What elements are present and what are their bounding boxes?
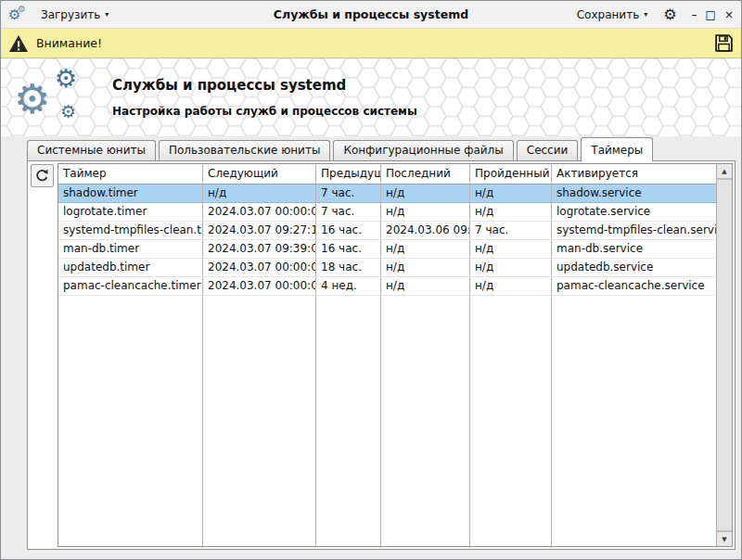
table-cell: logrotate.timer [58, 203, 203, 221]
table-cell [58, 407, 203, 426]
table-row [58, 407, 716, 426]
table-cell: н/д [381, 203, 470, 221]
table-cell [381, 481, 470, 500]
table-cell [58, 463, 203, 481]
save-menu-label: Сохранить [577, 8, 640, 21]
table-cell: н/д [381, 240, 470, 258]
table-cell [552, 444, 716, 463]
table-cell: н/д [381, 277, 470, 295]
table-cell [316, 370, 381, 388]
tab-sessions[interactable]: Сессии [517, 140, 579, 160]
table-cell [470, 296, 552, 314]
app-window: ⚙ ⚙ Загрузить ▾ Службы и процессы system… [0, 0, 742, 560]
side-toolbar [30, 163, 58, 547]
column-header-next[interactable]: Следующий [203, 164, 316, 184]
column-header-timer[interactable]: Таймер [58, 164, 203, 184]
scroll-down-icon[interactable]: ▼ [717, 531, 732, 546]
table-row[interactable]: logrotate.timer2024.03.07 00:00:07 час.н… [58, 203, 716, 222]
table-cell: 16 час. [316, 222, 381, 239]
table-cell [470, 351, 552, 370]
maximize-button[interactable]: □ [706, 8, 716, 21]
tab-config-files[interactable]: Конфигурационные файлы [333, 140, 513, 160]
table-row[interactable]: pamac-cleancache.timer2024.03.07 00:00:0… [58, 277, 716, 296]
table-cell: 18 час. [316, 259, 381, 276]
page-subtitle: Настройка работы служб и процессов систе… [112, 105, 417, 118]
column-header-activates[interactable]: Активируется [552, 164, 716, 184]
close-button[interactable]: × [724, 8, 734, 21]
column-header-elapsed[interactable]: Пройденный [470, 164, 552, 184]
table-cell [552, 500, 716, 518]
table-cell [203, 426, 316, 444]
table-cell [316, 463, 381, 481]
scroll-up-icon[interactable]: ▲ [717, 164, 732, 179]
table-row[interactable]: shadow.timerн/д7 час.н/дн/дshadow.servic… [58, 185, 716, 203]
table-cell: н/д [470, 185, 552, 202]
table-cell [203, 444, 316, 463]
table-cell: updatedb.timer [58, 259, 203, 276]
scrollbar-thumb[interactable] [717, 179, 732, 531]
minimize-button[interactable]: – [692, 8, 697, 21]
refresh-icon [34, 168, 50, 184]
settings-gear-button[interactable]: ⚙ [661, 7, 678, 22]
table-cell: н/д [470, 240, 552, 258]
refresh-button[interactable] [31, 164, 54, 187]
load-menu-button[interactable]: Загрузить ▾ [34, 6, 115, 24]
table-cell [203, 518, 316, 537]
table-cell [203, 463, 316, 481]
table-cell [381, 537, 470, 546]
save-menu-button[interactable]: Сохранить ▾ [570, 6, 655, 24]
table-cell [58, 388, 203, 407]
table-cell [203, 388, 316, 407]
table-cell [470, 333, 552, 351]
save-to-file-button[interactable] [714, 33, 734, 53]
table-row[interactable]: systemd-tmpfiles-clean.timer2024.03.07 0… [58, 222, 716, 240]
table-cell: pamac-cleancache.service [552, 277, 716, 295]
table-row[interactable]: updatedb.timer2024.03.07 00:00:018 час.н… [58, 259, 716, 277]
table-cell [58, 518, 203, 537]
table-cell: man-db.service [552, 240, 716, 258]
table-row[interactable]: man-db.timer2024.03.07 09:39:016 час.н/д… [58, 240, 716, 259]
table-cell: н/д [203, 185, 316, 202]
page-title: Службы и процессы systemd [112, 77, 417, 94]
table-cell [58, 351, 203, 370]
table-cell [58, 296, 203, 314]
table-cell [552, 351, 716, 370]
table-cell [381, 351, 470, 370]
table-body: shadow.timerн/д7 час.н/дн/дshadow.servic… [58, 185, 716, 546]
table-row [58, 296, 716, 314]
table-cell [381, 370, 470, 388]
table-cell [552, 407, 716, 426]
table-cell [316, 444, 381, 463]
table-row [58, 500, 716, 518]
column-header-last[interactable]: Последний [381, 164, 470, 184]
warning-text: Внимание! [36, 36, 102, 50]
vertical-scrollbar[interactable]: ▲ ▼ [716, 164, 732, 546]
table-cell [552, 426, 716, 444]
tab-bar: Системные юниты Пользовательские юниты К… [1, 136, 741, 160]
table-cell [381, 444, 470, 463]
table-cell: logrotate.service [552, 203, 716, 221]
table-cell [470, 518, 552, 537]
table-cell: 2024.03.07 00:00:0 [203, 277, 316, 295]
table-cell [203, 500, 316, 518]
table-cell: 7 час. [316, 203, 381, 221]
table-cell [381, 314, 470, 333]
chevron-down-icon: ▾ [644, 10, 647, 19]
tab-timers[interactable]: Таймеры [581, 137, 653, 161]
table-cell [470, 500, 552, 518]
table-cell [470, 481, 552, 500]
table-cell [316, 518, 381, 537]
table-cell [552, 388, 716, 407]
table-row [58, 370, 716, 388]
column-header-previous[interactable]: Предыдущ [316, 164, 381, 184]
table-cell [203, 333, 316, 351]
table-cell [203, 407, 316, 426]
table-row [58, 333, 716, 351]
table-cell [381, 296, 470, 314]
chevron-down-icon: ▾ [105, 10, 109, 19]
tab-user-units[interactable]: Пользовательские юниты [159, 140, 330, 160]
tab-system-units[interactable]: Системные юниты [27, 140, 156, 160]
floppy-disk-icon [714, 33, 734, 53]
table-cell: 4 нед. [316, 277, 381, 295]
table-cell: н/д [381, 185, 470, 202]
